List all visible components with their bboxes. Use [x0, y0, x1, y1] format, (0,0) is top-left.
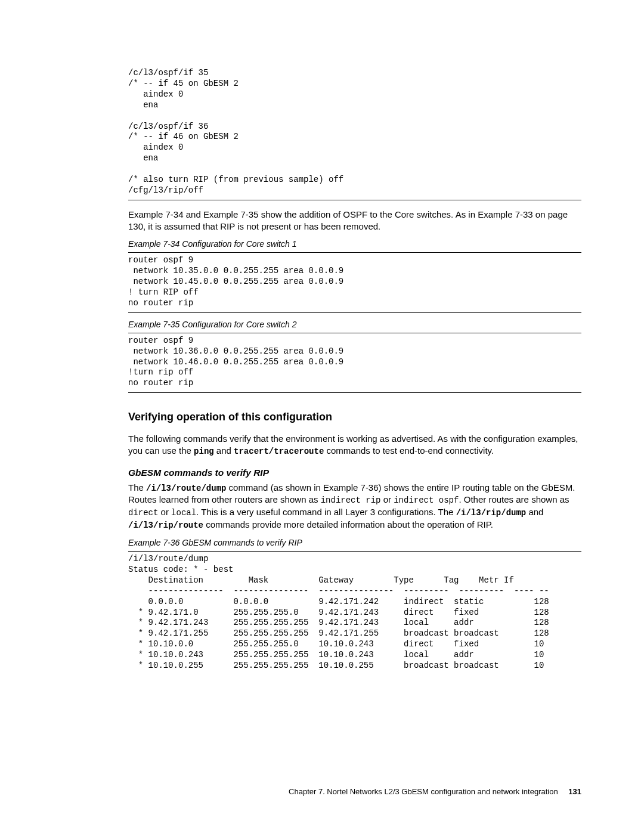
verify-paragraph: The following commands verify that the e…	[128, 433, 581, 457]
text-fragment: . Other routes are shown as	[459, 494, 569, 504]
page-number: 131	[568, 787, 581, 796]
code-block-ospf-interface: /c/l3/ospf/if 35 /* -- if 45 on GbESM 2 …	[128, 66, 581, 200]
example-caption-7-36: Example 7-36 GbESM commands to verify RI…	[128, 537, 581, 549]
text-fragment: The	[128, 482, 146, 493]
divider	[128, 200, 581, 200]
example-caption-7-35: Example 7-35 Configuration for Core swit…	[128, 319, 581, 330]
text-fragment: commands to test end-to-end connectivity…	[324, 445, 494, 456]
inline-text-direct: direct	[128, 508, 158, 518]
code-block-core1: router ospf 9 network 10.35.0.0 0.0.255.…	[128, 253, 581, 312]
inline-command-route-dump: /i/l3/route/dump	[146, 484, 226, 493]
text-fragment: and	[526, 507, 543, 517]
text-fragment: or	[381, 494, 394, 504]
inline-text-local: local	[171, 508, 196, 518]
code-block-core2: router ospf 9 network 10.36.0.0 0.0.255.…	[128, 333, 581, 393]
example-caption-7-34: Example 7-34 Configuration for Core swit…	[128, 239, 581, 250]
page-footer: Chapter 7. Nortel Networks L2/3 GbESM co…	[289, 786, 581, 797]
intro-paragraph: Example 7-34 and Example 7-35 show the a…	[128, 209, 581, 233]
text-fragment: or	[158, 507, 171, 517]
inline-command-rip-route: /i/l3/rip/route	[128, 521, 203, 530]
text-fragment: . This is a very useful command in all L…	[196, 507, 456, 517]
text-fragment: and	[214, 445, 234, 456]
divider	[128, 392, 581, 393]
inline-command-tracert: tracert/traceroute	[234, 447, 324, 456]
inline-command-ping: ping	[194, 447, 214, 456]
code-block-route-table: /i/l3/route/dump Status code: * - best D…	[128, 552, 581, 675]
inline-text-indirect-rip: indirect rip	[321, 496, 381, 505]
inline-text-indirect-ospf: indirect ospf	[394, 496, 459, 505]
divider	[128, 312, 581, 313]
inline-command-rip-dump: /i/l3/rip/dump	[456, 508, 527, 518]
footer-chapter-text: Chapter 7. Nortel Networks L2/3 GbESM co…	[289, 787, 558, 796]
text-fragment: commands provide more detailed informati…	[203, 519, 493, 529]
subsection-heading-gbesm-rip: GbESM commands to verify RIP	[128, 467, 581, 479]
document-page: /c/l3/ospf/if 35 /* -- if 45 on GbESM 2 …	[0, 0, 644, 833]
section-heading-verifying: Verifying operation of this configuratio…	[128, 410, 581, 424]
gbesm-paragraph: The /i/l3/route/dump command (as shown i…	[128, 482, 581, 532]
